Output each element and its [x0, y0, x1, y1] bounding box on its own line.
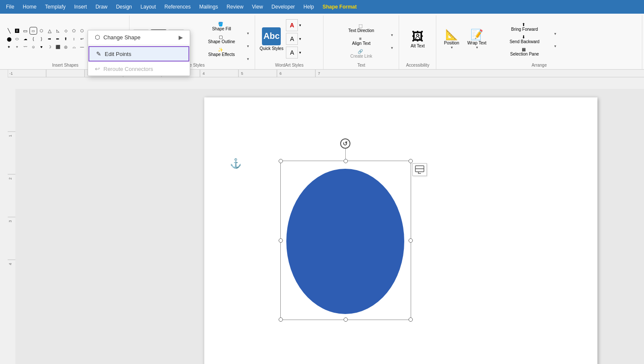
shape-moon[interactable]: ☽ — [46, 43, 53, 51]
shape-line[interactable]: ╲ — [5, 27, 13, 35]
menu-layout[interactable]: Layout — [136, 2, 160, 12]
menu-bar: File Home Templafy Insert Draw Design La… — [0, 0, 644, 14]
ruler-vertical: 1 2 3 4 — [8, 89, 15, 364]
shape-wave[interactable]: 〰 — [21, 43, 29, 51]
wordart-styles-group: Abc Quick Styles A ▾ A ▾ A ▾ — [255, 15, 323, 69]
handle-tc[interactable] — [344, 159, 348, 163]
text-fill-color[interactable]: ▾ — [299, 23, 301, 27]
svg-text:3: 3 — [8, 220, 12, 222]
svg-text:1: 1 — [8, 135, 12, 137]
shape-style-buttons: 🪣 Shape Fill ▾ ▢ Shape Outline ▾ ✨ Shape… — [191, 21, 251, 57]
reroute-connectors-item: ↩ Reroute Connectors — [88, 62, 190, 76]
shape-plus[interactable]: + — [13, 43, 21, 51]
text-outline-arrow[interactable]: ▾ — [299, 37, 301, 41]
shape-heart[interactable]: ♥ — [38, 43, 45, 51]
menu-developer[interactable]: Developer — [267, 2, 299, 12]
menu-shape-format[interactable]: Shape Format — [318, 2, 361, 12]
shape-bracket[interactable]: { — [29, 35, 37, 43]
selection-pane-btn[interactable]: ▦ Selection Pane — [490, 46, 559, 57]
shape-ellipse[interactable]: ⬭ — [13, 35, 21, 43]
wrap-arrow: ▾ — [476, 45, 478, 50]
menu-help[interactable]: Help — [299, 2, 318, 12]
shape-arrow-r[interactable]: ➡ — [46, 35, 53, 43]
shape-rtri[interactable]: ◺ — [54, 27, 62, 35]
menu-view[interactable]: View — [248, 2, 268, 12]
menu-file[interactable]: File — [2, 2, 18, 12]
bring-forward-btn[interactable]: ⬆ Bring Forward ▾ — [490, 21, 559, 32]
shape-tri[interactable]: △ — [46, 27, 53, 35]
ellipse-shape[interactable] — [285, 167, 406, 316]
handle-tl[interactable] — [279, 159, 283, 163]
quick-styles-btn[interactable]: Abc Quick Styles — [259, 22, 284, 56]
handle-tr[interactable] — [409, 159, 413, 163]
text-outline-btn[interactable]: A — [286, 33, 298, 45]
shape-star[interactable]: ✦ — [5, 43, 13, 51]
handle-mr[interactable] — [409, 238, 413, 243]
shape-rect[interactable]: ▭ — [21, 27, 29, 35]
shape-hex[interactable]: ⬡ — [78, 27, 86, 35]
svg-text:7: 7 — [318, 71, 320, 76]
send-backward-icon: ⬇ — [522, 35, 525, 39]
shape-fill-btn[interactable]: 🪣 Shape Fill ▾ — [191, 21, 251, 32]
canvas-area: 1 2 3 4 ⚓ ↺ — [8, 89, 644, 364]
svg-point-27 — [286, 169, 404, 314]
outline-icon: ▢ — [219, 35, 223, 39]
shape-rrect[interactable]: ▭ — [29, 27, 37, 35]
arrange-group: 📐 Position ▾ 📝 Wrap Text ▾ ⬆ Bring Forwa… — [436, 15, 642, 69]
shape-circle[interactable]: ⬤ — [5, 35, 13, 43]
shape-brace[interactable]: } — [38, 35, 45, 43]
dropdown-menu: ⬡ Change Shape ▶ ✎ Edit Points ↩ Reroute… — [88, 30, 190, 76]
shape-donut[interactable]: ◎ — [62, 43, 70, 51]
edit-points-item[interactable]: ✎ Edit Points — [88, 46, 189, 62]
handle-bl[interactable] — [279, 317, 283, 322]
alt-text-btn[interactable]: 🖼 Alt Text — [403, 22, 432, 56]
shape-arrow-u[interactable]: ⬆ — [62, 35, 70, 43]
menu-home[interactable]: Home — [18, 2, 41, 12]
handle-br[interactable] — [409, 317, 413, 322]
menu-design[interactable]: Design — [112, 2, 136, 12]
shape-diamond[interactable]: ◇ — [62, 27, 70, 35]
send-backward-btn[interactable]: ⬇ Send Backward ▾ — [490, 33, 559, 44]
rotation-handle[interactable]: ↺ — [340, 138, 350, 149]
abc-box: Abc — [262, 27, 281, 45]
menu-templafy[interactable]: Templafy — [41, 2, 70, 12]
shape-arrow-2[interactable]: ↕ — [70, 35, 78, 43]
handle-ml[interactable] — [279, 238, 283, 243]
arrange-stack-btns: ⬆ Bring Forward ▾ ⬇ Send Backward ▾ ▦ Se… — [490, 21, 559, 57]
shape-cube[interactable]: ⬛ — [54, 43, 62, 51]
selection-pane-icon: ▦ — [522, 47, 526, 52]
position-btn[interactable]: 📐 Position ▾ — [440, 22, 463, 56]
shape-cloud[interactable]: ☁ — [21, 35, 29, 43]
shape-arc[interactable]: ⌓ — [70, 43, 78, 51]
shape-arrow-bend[interactable]: ↩ — [78, 35, 86, 43]
text-direction-btn[interactable]: ⬚ Text Direction ▾ — [327, 22, 395, 33]
align-text-btn[interactable]: ≡ Align Text ▾ — [327, 35, 395, 46]
menu-review[interactable]: Review — [222, 2, 247, 12]
layout-options-icon[interactable] — [412, 163, 427, 176]
shape-outline-btn[interactable]: ▢ Shape Outline ▾ — [191, 33, 251, 44]
shapes-grid: ╲ 🅰 ▭ ▭ ⬡ △ ◺ ◇ ⬠ ⬡ ⬤ ⬭ ☁ { } ➡ — [5, 27, 86, 51]
text-effects-btn[interactable]: A — [286, 47, 298, 59]
position-icon: 📐 — [445, 29, 458, 41]
text-effects-arrow[interactable]: ▾ — [299, 50, 301, 55]
menu-insert[interactable]: Insert — [70, 2, 91, 12]
shape-smile[interactable]: ☺ — [29, 43, 37, 51]
create-link-btn[interactable]: 🔗 Create Link — [327, 48, 395, 59]
handle-bc[interactable] — [344, 317, 348, 322]
change-shape-chevron: ▶ — [179, 34, 183, 41]
shape-line2[interactable]: — — [78, 43, 86, 51]
menu-draw[interactable]: Draw — [91, 2, 112, 12]
change-shape-item[interactable]: ⬡ Change Shape ▶ — [88, 30, 190, 44]
menu-references[interactable]: References — [160, 2, 195, 12]
menu-mailings[interactable]: Mailings — [195, 2, 222, 12]
shape-pent[interactable]: ⬠ — [70, 27, 78, 35]
wrap-text-btn[interactable]: 📝 Wrap Text ▾ — [465, 22, 488, 56]
shape-effects-btn[interactable]: ✨ Shape Effects ▾ — [191, 46, 251, 57]
shape-textbox[interactable]: 🅰 — [13, 27, 21, 35]
shape-snip[interactable]: ⬡ — [38, 27, 45, 35]
shape-arrow-l[interactable]: ⬅ — [54, 35, 62, 43]
reroute-icon: ↩ — [95, 65, 100, 72]
dropdown-divider — [88, 45, 190, 45]
text-fill-btn[interactable]: A — [286, 19, 298, 31]
svg-text:4: 4 — [8, 263, 12, 265]
